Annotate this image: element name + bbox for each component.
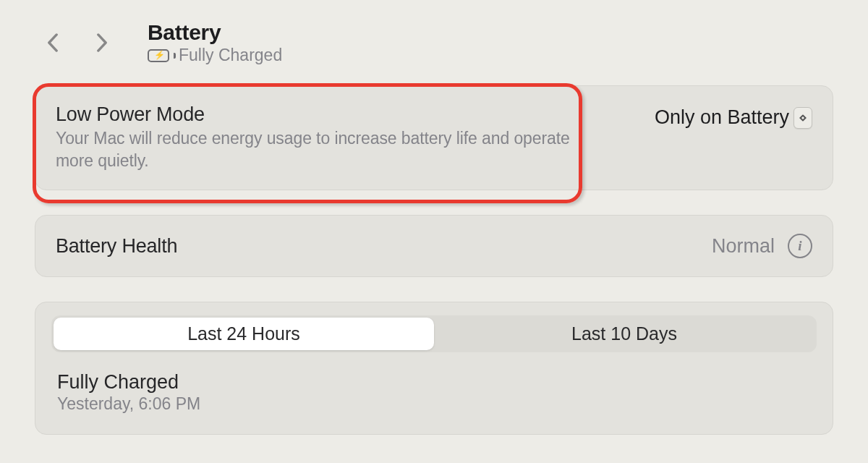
- history-status: Fully Charged: [57, 371, 817, 394]
- battery-health-label: Battery Health: [56, 235, 177, 258]
- info-icon: i: [798, 238, 801, 254]
- chevron-right-icon: [95, 33, 109, 52]
- back-button[interactable]: [45, 35, 61, 51]
- tab-last-10-days[interactable]: Last 10 Days: [434, 318, 814, 350]
- header: Battery ⚡ Fully Charged: [0, 0, 868, 72]
- chevron-left-icon: [46, 33, 59, 52]
- battery-health-info-button[interactable]: i: [788, 234, 812, 258]
- page-title: Battery: [148, 20, 282, 45]
- status-row: ⚡ Fully Charged: [148, 46, 282, 65]
- history-range-segmented-control: Last 24 Hours Last 10 Days: [51, 315, 817, 352]
- low-power-mode-dropdown[interactable]: Only on Battery: [655, 106, 812, 129]
- chevron-down-icon: [799, 116, 807, 122]
- status-text: Fully Charged: [179, 46, 282, 65]
- battery-history-card: Last 24 Hours Last 10 Days Fully Charged…: [35, 302, 833, 435]
- dropdown-stepper-icon: [793, 107, 812, 129]
- battery-health-card: Battery Health Normal i: [35, 215, 833, 277]
- title-block: Battery ⚡ Fully Charged: [148, 20, 282, 65]
- dropdown-selected-label: Only on Battery: [655, 106, 789, 129]
- history-detail: Fully Charged Yesterday, 6:06 PM: [51, 371, 817, 414]
- low-power-mode-card: Low Power Mode Your Mac will reduce ener…: [35, 85, 833, 190]
- battery-charging-icon: ⚡: [148, 49, 172, 62]
- battery-health-value: Normal: [712, 235, 775, 258]
- forward-button[interactable]: [94, 35, 110, 51]
- tab-last-24-hours[interactable]: Last 24 Hours: [54, 318, 434, 350]
- low-power-mode-desc: Your Mac will reduce energy usage to inc…: [56, 127, 576, 172]
- history-timestamp: Yesterday, 6:06 PM: [57, 394, 817, 414]
- nav-arrows: [45, 35, 110, 51]
- low-power-mode-title: Low Power Mode: [56, 103, 576, 126]
